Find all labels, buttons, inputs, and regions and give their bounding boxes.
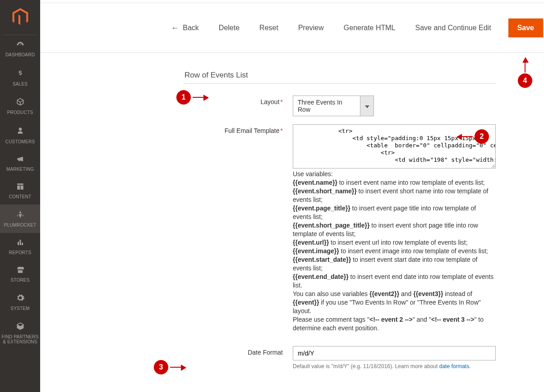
sidebar-label: PLUMROCKET — [1, 223, 39, 228]
sidebar-item-content[interactable]: CONTENT — [0, 177, 40, 205]
sidebar-item-sales[interactable]: SALES — [0, 63, 40, 92]
sidebar-item-plumrocket[interactable]: PLUMROCKET — [0, 205, 40, 233]
sidebar-item-stores[interactable]: STORES — [0, 260, 40, 288]
arrow-left-icon: ← — [171, 23, 179, 32]
magento-logo[interactable] — [3, 5, 37, 35]
layout-value: Three Events In Row — [298, 99, 355, 113]
action-toolbar: ← Back Delete Reset Preview Generate HTM… — [40, 3, 544, 53]
sidebar-label: SYSTEM — [1, 306, 39, 311]
template-hint: Use variables:{{event.name}} to insert e… — [293, 170, 496, 333]
template-label: Full Email Template* — [184, 124, 293, 134]
admin-sidebar: DASHBOARD SALES PRODUCTS CUSTOMERS MARKE… — [0, 0, 40, 392]
layout-select[interactable]: Three Events In Row — [293, 96, 360, 116]
sidebar-item-reports[interactable]: REPORTS — [0, 233, 40, 260]
delete-button[interactable]: Delete — [216, 22, 242, 34]
layout-label: Layout* — [184, 96, 293, 105]
callout-4: 4 — [518, 58, 532, 88]
sidebar-item-dashboard[interactable]: DASHBOARD — [0, 35, 40, 63]
sidebar-label: MARKETING — [1, 167, 39, 172]
store-icon — [15, 266, 25, 275]
form-section: Row of Events List Layout* Three Events … — [184, 53, 496, 369]
person-icon — [17, 126, 24, 137]
megaphone-icon — [15, 155, 25, 164]
date-format-hint: Default value is "m/d/Y" (e.g. 11/18/201… — [293, 363, 496, 369]
save-button[interactable]: Save — [508, 18, 543, 37]
cube-icon — [16, 97, 25, 108]
sidebar-item-marketing[interactable]: MARKETING — [0, 150, 40, 177]
section-title: Row of Events List — [184, 71, 496, 80]
layout-select-toggle[interactable] — [360, 96, 374, 116]
puzzle-icon — [16, 322, 25, 332]
back-button[interactable]: ← Back — [168, 21, 202, 34]
back-label: Back — [183, 24, 199, 32]
sidebar-item-customers[interactable]: CUSTOMERS — [0, 120, 40, 150]
dollar-icon — [17, 68, 23, 79]
callout-3: 3 — [154, 360, 185, 374]
sidebar-label: PRODUCTS — [1, 110, 39, 115]
generate-html-button[interactable]: Generate HTML — [341, 22, 398, 34]
gauge-icon — [15, 41, 25, 50]
date-format-label: Date Format — [184, 346, 293, 356]
save-continue-button[interactable]: Save and Continue Edit — [413, 22, 494, 34]
sidebar-label: FIND PARTNERS & EXTENSIONS — [1, 334, 39, 344]
date-formats-link[interactable]: date formats — [439, 363, 470, 369]
chevron-down-icon — [365, 102, 369, 109]
sidebar-label: CUSTOMERS — [1, 139, 39, 144]
bars-icon — [16, 238, 25, 248]
full-email-template-textarea[interactable] — [293, 124, 496, 169]
sidebar-label: REPORTS — [1, 250, 39, 255]
top-band — [40, 0, 544, 3]
layout-icon — [16, 182, 25, 192]
sidebar-item-system[interactable]: SYSTEM — [0, 288, 40, 316]
sidebar-label: DASHBOARD — [1, 52, 39, 57]
preview-button[interactable]: Preview — [295, 22, 327, 34]
section-divider — [184, 83, 496, 84]
gear-icon — [16, 293, 25, 304]
sidebar-label: SALES — [1, 82, 39, 87]
sidebar-item-products[interactable]: PRODUCTS — [0, 92, 40, 120]
plumrocket-icon — [16, 210, 25, 220]
reset-button[interactable]: Reset — [257, 22, 281, 34]
sidebar-label: CONTENT — [1, 194, 39, 199]
sidebar-label: STORES — [1, 278, 39, 283]
date-format-input[interactable] — [293, 346, 496, 360]
sidebar-item-partners[interactable]: FIND PARTNERS & EXTENSIONS — [0, 316, 40, 350]
